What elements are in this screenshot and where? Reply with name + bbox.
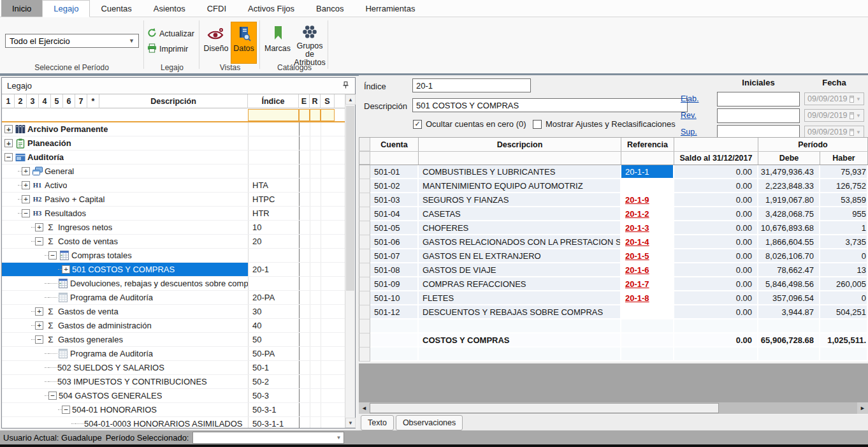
diseno-button[interactable]: Diseño bbox=[202, 22, 230, 64]
tree-item[interactable]: +General bbox=[2, 165, 345, 179]
expand-icon[interactable]: + bbox=[35, 307, 43, 316]
tree-item[interactable]: +ΣGastos de venta30 bbox=[2, 305, 345, 319]
checkbox-icon[interactable] bbox=[533, 120, 542, 129]
tree-header-number-4[interactable]: 4 bbox=[39, 94, 51, 108]
table-row[interactable]: 501-07GASTOS EN EL EXTRANJERO20-1-50.008… bbox=[359, 249, 868, 263]
tree-item[interactable]: Programa de Auditoría50-PA bbox=[2, 347, 345, 361]
marcas-button[interactable]: Marcas bbox=[263, 22, 293, 64]
tree-item[interactable]: −Auditoría bbox=[2, 150, 345, 165]
tree-column-headers[interactable]: 1234567*DescripciónÍndiceERS bbox=[2, 94, 355, 108]
column-header-saldo[interactable]: Saldo al 31/12/2017 bbox=[674, 152, 758, 165]
collapse-icon[interactable]: − bbox=[4, 153, 13, 161]
cell-referencia[interactable]: 20-1-1 bbox=[621, 165, 674, 179]
column-header-referencia[interactable]: Referencia bbox=[621, 138, 674, 151]
row-selector[interactable] bbox=[359, 333, 370, 348]
row-selector[interactable] bbox=[359, 235, 370, 249]
table-row[interactable]: 501-05CHOFERES20-1-30.0010,676,893.681 bbox=[359, 221, 868, 235]
referencia-link[interactable]: 20-1-5 bbox=[625, 251, 649, 261]
table-row[interactable]: 501-12DESCUENTOS Y REBAJAS SOBRE COMPRAS… bbox=[359, 305, 868, 319]
tree-item[interactable]: +H2Pasivo + CapitalHTPC bbox=[2, 193, 345, 207]
tree-header-descripcion[interactable]: Descripción bbox=[99, 94, 248, 108]
cell-referencia[interactable]: 20-1-7 bbox=[621, 277, 674, 291]
tree-header-r[interactable]: R bbox=[310, 94, 321, 108]
tab-inicio[interactable]: Inicio bbox=[1, 0, 42, 17]
table-row[interactable]: 501-06GASTOS RELACIONADOS CON LA PRESTAC… bbox=[359, 235, 868, 249]
tree-item[interactable]: −ΣCosto de ventas20 bbox=[2, 235, 345, 249]
referencia-link[interactable]: 20-1-3 bbox=[625, 223, 649, 233]
cell-referencia[interactable]: 20-1-3 bbox=[621, 221, 674, 235]
row-selector[interactable] bbox=[359, 179, 370, 193]
tree-item[interactable]: −+-Compras totales bbox=[2, 249, 345, 263]
table-row[interactable]: 501-08GASTOS DE VIAJE20-1-60.0078,662.47… bbox=[359, 263, 868, 277]
column-header-debe[interactable]: Debe bbox=[758, 152, 820, 165]
tree-item[interactable]: 503 IMPUESTOS Y CONTRIBUCIONES50-2 bbox=[2, 375, 345, 389]
sign-link[interactable]: Sup. bbox=[681, 128, 717, 136]
tree-header-s[interactable]: S bbox=[321, 94, 335, 108]
tree-item[interactable]: +H1ActivoHTA bbox=[2, 179, 345, 193]
filter-cell-e[interactable] bbox=[299, 109, 310, 121]
collapse-icon[interactable]: − bbox=[62, 406, 70, 414]
column-header-periodo[interactable]: Período bbox=[758, 138, 868, 151]
actualizar-button[interactable]: Actualizar bbox=[147, 27, 194, 40]
indice-input[interactable]: 20-1 bbox=[412, 78, 531, 92]
expand-icon[interactable]: + bbox=[4, 139, 13, 147]
cell-referencia[interactable]: 20-1-4 bbox=[621, 235, 674, 249]
cell-referencia[interactable]: 20-1-8 bbox=[621, 291, 674, 305]
iniciales-input[interactable] bbox=[717, 92, 800, 106]
scrollbar-thumb[interactable] bbox=[346, 106, 354, 291]
sign-link[interactable]: Elab. bbox=[681, 94, 717, 103]
collapse-icon[interactable]: − bbox=[48, 392, 57, 400]
table-row[interactable]: 501-04CASETAS20-1-20.003,428,068.75955 bbox=[359, 207, 868, 221]
tree-item[interactable]: +501 COSTOS Y COMPRAS20-1 bbox=[2, 263, 345, 277]
row-selector[interactable] bbox=[359, 348, 370, 362]
table-row[interactable]: 501-10FLETES20-1-80.00357,096.540 bbox=[359, 291, 868, 305]
tree-item[interactable]: +-Devoluciones, rebajas y descuentos sob… bbox=[2, 277, 345, 291]
tree-item[interactable]: +ΣIngresos netos10 bbox=[2, 221, 345, 235]
referencia-link[interactable]: 20-1-6 bbox=[625, 265, 649, 275]
row-selector[interactable] bbox=[359, 165, 370, 179]
tree-header-number-1[interactable]: 1 bbox=[3, 94, 15, 108]
cell-referencia[interactable]: 20-1-2 bbox=[621, 207, 674, 221]
referencia-link[interactable]: 20-1-7 bbox=[625, 279, 649, 289]
tree-item[interactable]: −504 GASTOS GENERALES50-3 bbox=[2, 389, 345, 403]
cell-referencia[interactable]: 20-1-9 bbox=[621, 193, 674, 207]
bottom-tab-texto[interactable]: Texto bbox=[361, 415, 394, 430]
fecha-datepicker[interactable]: 09/09/2019▼ bbox=[804, 109, 864, 122]
cell-referencia[interactable] bbox=[621, 305, 674, 319]
imprimir-button[interactable]: Imprimir bbox=[147, 43, 188, 55]
scroll-down-icon[interactable]: ▼ bbox=[345, 418, 356, 428]
cell-referencia[interactable]: 20-1-6 bbox=[621, 263, 674, 277]
scrollbar-thumb[interactable] bbox=[370, 403, 719, 413]
row-selector[interactable] bbox=[359, 319, 370, 333]
tab-legajo[interactable]: Legajo bbox=[42, 0, 90, 17]
expand-icon[interactable]: + bbox=[35, 223, 43, 231]
table-row[interactable]: 501-09COMPRAS REFACCIONES20-1-70.005,846… bbox=[359, 277, 868, 291]
table-row[interactable]: 501-02MANTENIMIENTO EQUIPO AUTOMOTRIZ0.0… bbox=[359, 179, 868, 193]
pin-icon[interactable] bbox=[342, 81, 350, 91]
expand-icon[interactable]: + bbox=[4, 125, 13, 133]
mostrar-ajustes-checkbox[interactable]: Mostrar Ajustes y Reclasificaciones bbox=[533, 119, 676, 129]
scroll-left-icon[interactable]: ◄ bbox=[359, 402, 370, 414]
scroll-up-icon[interactable]: ▲ bbox=[345, 94, 356, 105]
cell-referencia[interactable] bbox=[621, 179, 674, 193]
tab-bancos[interactable]: Bancos bbox=[305, 0, 354, 17]
tree-header-number-3[interactable]: 3 bbox=[27, 94, 39, 108]
row-selector[interactable] bbox=[359, 221, 370, 235]
horizontal-scrollbar[interactable]: ◄ ► bbox=[359, 402, 868, 414]
table-empty-row[interactable] bbox=[359, 348, 868, 362]
tree-item[interactable]: +Planeación bbox=[2, 136, 345, 150]
tree-header-indice[interactable]: Índice bbox=[248, 94, 299, 108]
collapse-icon[interactable]: − bbox=[22, 209, 30, 217]
tree-item[interactable]: +ΣGastos de administración40 bbox=[2, 319, 345, 333]
filter-cell-r[interactable] bbox=[310, 109, 321, 121]
table-empty-row[interactable] bbox=[359, 319, 868, 333]
grupos-atributos-button[interactable]: Grupos de Atributos bbox=[292, 22, 328, 64]
tab-asientos[interactable]: Asientos bbox=[143, 0, 196, 17]
row-selector[interactable] bbox=[359, 263, 370, 277]
referencia-link[interactable]: 20-1-8 bbox=[625, 293, 649, 303]
cell-referencia[interactable]: 20-1-5 bbox=[621, 249, 674, 263]
collapse-icon[interactable]: − bbox=[48, 251, 57, 260]
expand-icon[interactable]: + bbox=[35, 321, 43, 330]
sign-link[interactable]: Rev. bbox=[681, 111, 717, 120]
filter-cell-indice[interactable] bbox=[248, 109, 299, 121]
